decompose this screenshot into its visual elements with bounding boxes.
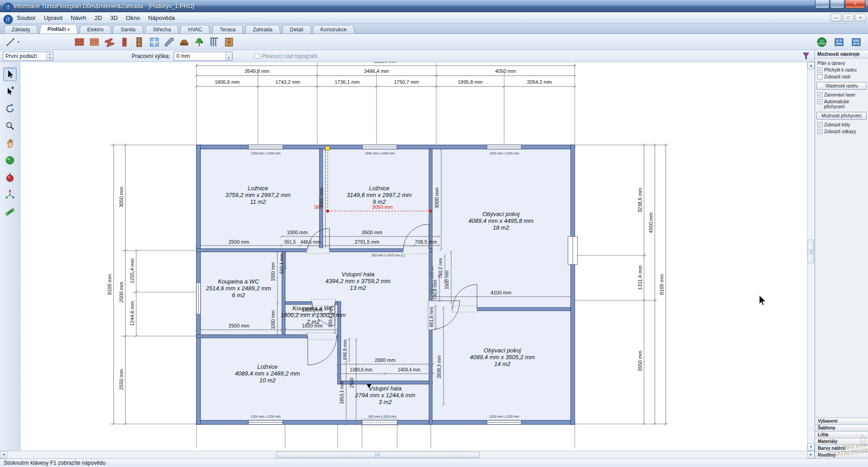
dimension-label: 646,9 mm bbox=[343, 340, 348, 360]
working-height-select[interactable]: 0 mm ▼ bbox=[174, 52, 233, 61]
tab-hvac[interactable]: HVAC bbox=[180, 25, 210, 34]
toolbar-left-group: ▾ bbox=[4, 35, 19, 49]
vlastnosti-rastru-button[interactable]: Vlastnosti rastru bbox=[816, 82, 867, 90]
menu-item-n-vrh[interactable]: Návrh bbox=[67, 13, 91, 23]
opening-size-tag: 1200 mm x 1200 mm bbox=[489, 415, 519, 418]
app-menu-icon[interactable]: iT bbox=[3, 14, 10, 22]
tab-st-echa[interactable]: Střecha bbox=[145, 25, 179, 34]
app-icon: iT bbox=[3, 2, 11, 10]
floating-topography-checkbox[interactable]: Plovoucí nad topografií bbox=[254, 53, 318, 59]
cabinet-icon[interactable] bbox=[222, 35, 236, 49]
zoom-tool-icon[interactable] bbox=[3, 119, 17, 133]
floating-topography-label: Plovoucí nad topografií bbox=[262, 53, 318, 59]
stairs-icon[interactable] bbox=[162, 35, 176, 49]
mdi-restore-button[interactable]: □ bbox=[843, 14, 854, 22]
tab-zahrada[interactable]: Zahrada bbox=[245, 25, 281, 34]
wall-corner-icon[interactable] bbox=[103, 35, 116, 49]
go-green-icon[interactable]: GOGREEN bbox=[815, 35, 829, 49]
window-icon[interactable] bbox=[148, 35, 161, 49]
dimension-tool-icon[interactable] bbox=[4, 35, 17, 49]
wall-column-icon[interactable] bbox=[118, 35, 131, 49]
plan-view-icon[interactable] bbox=[849, 35, 863, 49]
checkbox-automatick-p-ichycen[interactable]: ✓Automatické přichycení bbox=[815, 98, 868, 110]
mdi-minimize-button[interactable]: ─ bbox=[830, 14, 842, 22]
pan-tool-icon[interactable] bbox=[3, 136, 17, 150]
menu-item-soubor[interactable]: Soubor bbox=[13, 13, 40, 23]
minimize-button[interactable]: ─ bbox=[815, 0, 830, 9]
light-tool-icon[interactable] bbox=[3, 171, 17, 184]
catalog-panel-li-ta[interactable]: Lišta bbox=[815, 431, 868, 438]
mdi-close-button[interactable]: × bbox=[855, 14, 866, 22]
tab-sanita[interactable]: Sanita bbox=[113, 25, 143, 34]
dimension-label: 708,5 mm bbox=[415, 239, 437, 245]
checkbox-zobrazit-rastr[interactable]: Zobrazit rastr bbox=[815, 73, 868, 80]
mouse-cursor bbox=[759, 295, 766, 305]
chevron-down-icon[interactable]: ▼ bbox=[225, 52, 232, 60]
checkbox-zarovn-n-laser[interactable]: ✓Zarovnání laser bbox=[815, 91, 868, 98]
dimension-label: 2500 mm bbox=[229, 239, 249, 245]
curtain-icon[interactable] bbox=[207, 35, 221, 49]
filter-icon[interactable] bbox=[801, 51, 811, 62]
chevron-down-icon[interactable]: ▾ bbox=[18, 40, 19, 44]
spinner-icon[interactable]: ▲▼ bbox=[46, 52, 53, 60]
floor-view-icon[interactable] bbox=[832, 35, 846, 49]
drawing-canvas[interactable]: Ložnice3759,2 mm x 2997,2 mm11 m2Ložnice… bbox=[20, 62, 807, 451]
plant-icon[interactable] bbox=[192, 35, 206, 49]
scroll-right-icon[interactable]: ► bbox=[807, 451, 815, 458]
catalog-panel-ablony[interactable]: Šablony bbox=[815, 424, 868, 431]
checkbox-zobrazit-odkazy[interactable]: ✓Zobrazit odkazy bbox=[815, 128, 868, 135]
tab-podla[interactable]: Podlaží▾ bbox=[39, 24, 78, 34]
catalog-panel-vybaven[interactable]: Vybavení bbox=[815, 418, 868, 424]
scroll-left-icon[interactable]: ◄ bbox=[0, 451, 7, 458]
floor-plan-drawing[interactable]: Ložnice3759,2 mm x 2997,2 mm11 m2Ložnice… bbox=[20, 62, 807, 451]
tab-elektro[interactable]: Elektro bbox=[79, 25, 111, 34]
opening-size-tag: 820 mm x 2015 mm (L) bbox=[372, 254, 405, 257]
edit-points-tool-icon[interactable] bbox=[3, 85, 17, 98]
scroll-up-icon[interactable]: ▲ bbox=[807, 62, 815, 69]
menu-item-n-pov-da[interactable]: Nápověda bbox=[144, 13, 179, 23]
menu-item-3d[interactable]: 3D bbox=[106, 13, 122, 23]
horizontal-scroll-thumb[interactable] bbox=[276, 452, 480, 458]
select-tool-icon[interactable] bbox=[3, 67, 17, 81]
vertical-scroll-thumb[interactable] bbox=[808, 240, 814, 263]
dimension-label: 1750,7 mm bbox=[394, 79, 419, 85]
checkbox-label: Automatické přichycení bbox=[824, 99, 867, 109]
opening-size-tag: 1200 mm x 1200 mm bbox=[251, 415, 281, 418]
checkbox-p-ichytit-k-rastru[interactable]: ✓Přichytit k rastru bbox=[815, 67, 868, 73]
tab-terasa[interactable]: Terasa bbox=[212, 25, 243, 34]
furniture-icon[interactable] bbox=[177, 35, 191, 49]
close-button[interactable]: × bbox=[845, 0, 865, 9]
vertical-scrollbar[interactable]: ▲ ▼ bbox=[807, 62, 815, 451]
catalog-panel-rostliny[interactable]: Rostliny bbox=[815, 452, 868, 458]
door-icon[interactable] bbox=[133, 35, 146, 49]
title-bar[interactable]: iT Informace TurboFloorplan Dům&Interier… bbox=[0, 0, 868, 12]
menu-item-upravit[interactable]: Upravit bbox=[40, 13, 67, 23]
tab-detail[interactable]: Detail bbox=[282, 25, 311, 34]
axes-3d-tool-icon[interactable] bbox=[3, 188, 17, 202]
menu-item-2d[interactable]: 2D bbox=[91, 13, 106, 23]
walkthrough-tool-icon[interactable] bbox=[3, 205, 17, 219]
dimension-label: 2550 mm bbox=[119, 369, 124, 390]
application-window: iT Informace TurboFloorplan Dům&Interier… bbox=[0, 0, 868, 467]
wall-interior-icon[interactable] bbox=[88, 35, 101, 49]
dimension-label: 3238,6 mm bbox=[637, 188, 643, 212]
floor-select[interactable]: První podlaží ▲▼ bbox=[3, 52, 53, 61]
maximize-button[interactable]: □ bbox=[830, 0, 844, 9]
tab-z-klady[interactable]: Základy bbox=[4, 25, 38, 34]
scroll-down-icon[interactable]: ▼ bbox=[807, 443, 815, 451]
horizontal-scrollbar[interactable]: ◄ ► bbox=[0, 451, 815, 458]
mo-nosti-p-ichycen-button[interactable]: Možnosti přichycení bbox=[816, 112, 867, 120]
checkbox-zobrazit-k-ty[interactable]: ✓Zobrazit kóty bbox=[815, 121, 868, 128]
dimension-label[interactable]: 3050 mm bbox=[372, 204, 393, 210]
catalog-panel-materi-ly[interactable]: Materiály bbox=[815, 438, 868, 445]
dimension-label: 1409,4 mm bbox=[398, 367, 420, 372]
wall-exterior-icon[interactable] bbox=[73, 35, 86, 49]
tab-konstrukce[interactable]: Konstrukce bbox=[312, 25, 355, 34]
catalog-panel-barvy-n-t-r[interactable]: Barvy nátěrů bbox=[815, 445, 868, 452]
dimension-label: 2054,2 mm bbox=[527, 79, 552, 85]
menu-item-okno[interactable]: Okno bbox=[122, 13, 144, 23]
selection-handle[interactable] bbox=[325, 146, 329, 150]
dimension-label[interactable]: 560 bbox=[315, 205, 322, 210]
rotate-tool-icon[interactable] bbox=[3, 102, 17, 116]
render-tool-icon[interactable] bbox=[3, 154, 17, 167]
